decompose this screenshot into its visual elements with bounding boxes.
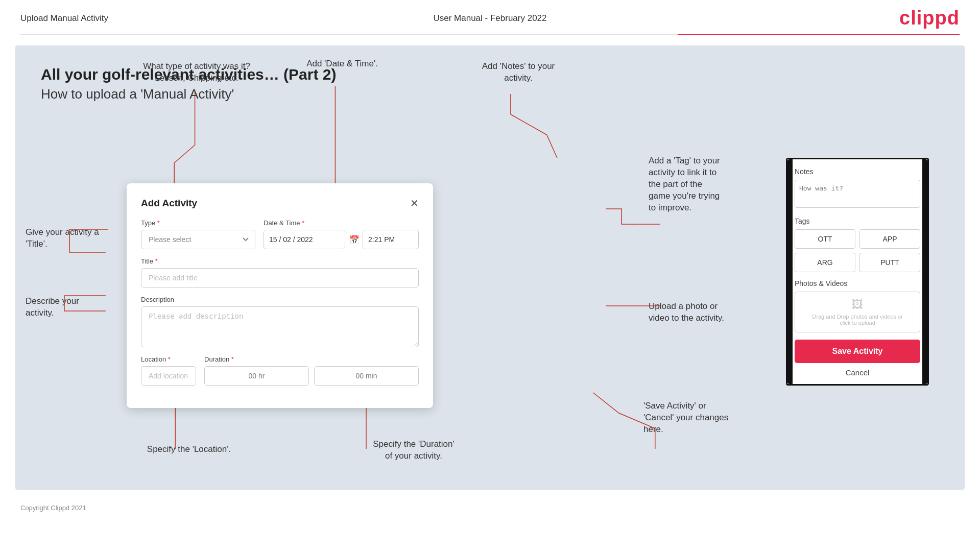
datetime-label: Date & Time *	[264, 219, 419, 227]
save-activity-button[interactable]: Save Activity	[795, 340, 920, 363]
phone-content: Notes Tags OTT APP ARG PUTT Photos & Vid…	[787, 159, 927, 384]
annotation-save: 'Save Activity' or 'Cancel' your changes…	[643, 400, 776, 436]
location-group: Location *	[141, 355, 196, 386]
main-content: All your golf-relevant activities… (Part…	[15, 45, 965, 490]
page-title-header: Upload Manual Activity	[20, 13, 108, 23]
logo: clippd	[899, 7, 960, 29]
photos-dropzone[interactable]: 🖼 Drag and Drop photos and videos or cli…	[795, 292, 920, 332]
minutes-input[interactable]	[314, 366, 419, 386]
photos-label: Photos & Videos	[795, 279, 920, 288]
tags-grid: OTT APP ARG PUTT	[795, 229, 920, 272]
top-bar: Upload Manual Activity User Manual - Feb…	[0, 0, 980, 34]
cancel-link[interactable]: Cancel	[795, 368, 920, 377]
type-select[interactable]: Please select	[141, 230, 255, 249]
copyright: Copyright Clippd 2021	[20, 504, 86, 512]
hours-input[interactable]	[204, 366, 309, 386]
dialog-title: Add Activity	[141, 198, 197, 209]
title-label: Title *	[141, 257, 419, 265]
description-textarea[interactable]	[141, 306, 419, 347]
manual-title: User Manual - February 2022	[433, 13, 546, 23]
description-group: Description	[141, 296, 419, 347]
annotation-location: Specify the 'Location'.	[135, 444, 243, 456]
title-group: Title *	[141, 257, 419, 288]
duration-group: Duration *	[204, 355, 419, 386]
right-panel: Notes Tags OTT APP ARG PUTT Photos & Vid…	[786, 158, 944, 386]
add-activity-dialog: Add Activity ✕ Type * Please select Date…	[127, 183, 433, 408]
photo-icon: 🖼	[852, 298, 863, 312]
duration-label: Duration *	[204, 355, 419, 363]
annotation-type: What type of activity was it? Lesson, Ch…	[133, 61, 260, 84]
header-divider	[20, 34, 960, 35]
annotation-tag: Add a 'Tag' to your activity to link it …	[649, 155, 776, 214]
location-label: Location *	[141, 355, 196, 363]
annotation-duration: Specify the 'Duration' of your activity.	[352, 439, 475, 462]
date-input[interactable]	[264, 230, 345, 249]
dialog-header: Add Activity ✕	[141, 198, 419, 209]
tag-putt[interactable]: PUTT	[859, 253, 920, 272]
notes-section-label: Notes	[795, 167, 920, 176]
close-button[interactable]: ✕	[410, 198, 419, 208]
tag-app[interactable]: APP	[859, 229, 920, 249]
annotation-describe: Describe your activity.	[26, 296, 105, 319]
phone-screen: Notes Tags OTT APP ARG PUTT Photos & Vid…	[786, 158, 929, 386]
type-group: Type * Please select	[141, 219, 255, 249]
location-input[interactable]	[141, 366, 196, 386]
page-subtitle: How to upload a 'Manual Activity'	[41, 86, 939, 102]
calendar-icon: 📅	[349, 235, 360, 245]
phone-right-bar	[922, 159, 927, 384]
footer: Copyright Clippd 2021	[0, 500, 980, 516]
type-datetime-row: Type * Please select Date & Time * 📅	[141, 219, 419, 249]
annotation-title: Give your activity a 'Title'.	[26, 227, 107, 250]
phone-left-bar	[787, 159, 793, 384]
annotation-photo: Upload a photo or video to the activity.	[649, 301, 771, 324]
photos-hint: Drag and Drop photos and videos or click…	[812, 314, 902, 326]
type-label: Type *	[141, 219, 255, 227]
description-label: Description	[141, 296, 419, 303]
notes-textarea[interactable]	[795, 180, 920, 208]
tags-section-label: Tags	[795, 217, 920, 225]
tag-arg[interactable]: ARG	[795, 253, 855, 272]
duration-inputs	[204, 366, 419, 386]
annotation-notes: Add 'Notes' to your activity.	[460, 61, 577, 84]
title-input[interactable]	[141, 268, 419, 288]
date-time-inputs: 📅	[264, 230, 419, 249]
location-duration-row: Location * Duration *	[141, 355, 419, 386]
tag-ott[interactable]: OTT	[795, 229, 855, 249]
time-input[interactable]	[363, 230, 419, 249]
annotation-datetime: Add 'Date & Time'.	[291, 58, 393, 70]
datetime-group: Date & Time * 📅	[264, 219, 419, 249]
